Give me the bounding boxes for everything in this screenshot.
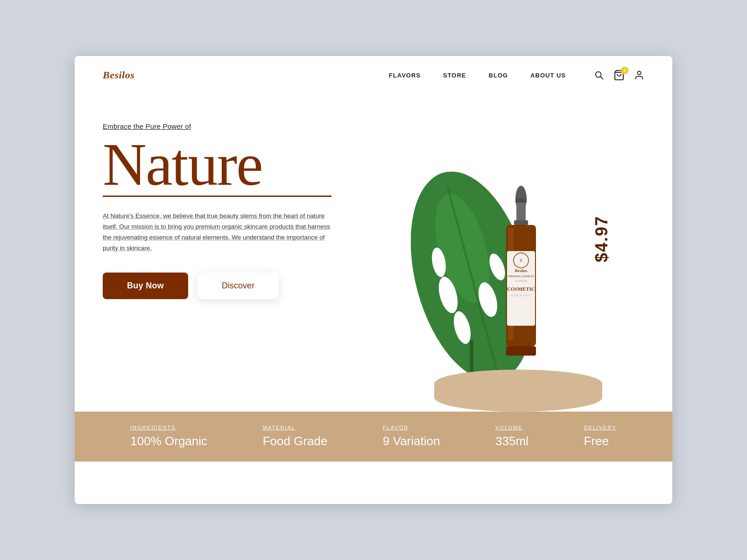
stats-bar: INGREDIENTS 100% Organic MATERIAL Food G… [75, 412, 672, 462]
svg-line-1 [600, 77, 603, 79]
svg-rect-15 [516, 203, 526, 221]
stat-ingredients-value: 100% Organic [130, 434, 207, 448]
stat-delivery-value: Free [584, 434, 616, 448]
stat-material-value: Food Grade [263, 434, 328, 448]
svg-text:BLEND MOCKUP: BLEND MOCKUP [511, 294, 531, 297]
brand-logo[interactable]: Besilos [103, 69, 134, 81]
nav-links: FLAVORS STORE BLOG ABOUT US [389, 71, 566, 79]
hero-description: At Nature's Essence, we believe that tru… [103, 211, 336, 254]
account-button[interactable] [634, 70, 644, 80]
buy-now-button[interactable]: Buy Now [103, 273, 188, 299]
hero-title: Nature [103, 134, 392, 195]
hero-section: Embrace the Pure Power of Nature At Natu… [75, 94, 672, 412]
svg-rect-16 [514, 220, 528, 225]
hero-product: B Besilos PREMIUM COSMETIC 11 0376 02 CO… [392, 113, 644, 412]
nav-blog[interactable]: BLOG [489, 72, 508, 79]
stat-delivery: DELIVERY Free [584, 425, 616, 448]
stat-volume-label: VOLUME [495, 425, 529, 430]
product-stage: B Besilos PREMIUM COSMETIC 11 0376 02 CO… [420, 141, 616, 412]
stat-flavor-label: FLAVOR [383, 425, 440, 430]
svg-rect-27 [506, 346, 536, 356]
price-tag: $4.97 [592, 216, 612, 262]
user-icon [634, 70, 644, 80]
hero-content: Embrace the Pure Power of Nature At Natu… [103, 113, 392, 299]
search-button[interactable] [594, 70, 604, 80]
nav-icons: 2 [594, 70, 644, 81]
svg-text:PREMIUM COSMETIC: PREMIUM COSMETIC [508, 275, 535, 278]
stat-ingredients: INGREDIENTS 100% Organic [130, 425, 207, 448]
nav-store[interactable]: STORE [443, 72, 466, 79]
svg-text:COSMETIC: COSMETIC [507, 286, 535, 292]
hero-subtitle: Embrace the Pure Power of [103, 122, 392, 130]
navbar: Besilos FLAVORS STORE BLOG ABOUT US 2 [75, 56, 672, 94]
stat-volume: VOLUME 335ml [495, 425, 529, 448]
svg-point-3 [637, 71, 641, 75]
browser-window: Besilos FLAVORS STORE BLOG ABOUT US 2 [75, 56, 672, 504]
search-icon [594, 70, 604, 80]
stat-ingredients-label: INGREDIENTS [130, 425, 207, 430]
cart-button[interactable]: 2 [613, 70, 625, 81]
svg-text:11 0376 02: 11 0376 02 [515, 280, 527, 282]
stat-flavor: FLAVOR 9 Variation [383, 425, 440, 448]
hero-buttons: Buy Now Discover [103, 273, 392, 299]
stat-delivery-label: DELIVERY [584, 425, 616, 430]
svg-rect-14 [515, 199, 527, 203]
stat-material-label: MATERIAL [263, 425, 328, 430]
product-bottle: B Besilos PREMIUM COSMETIC 11 0376 02 CO… [488, 186, 563, 384]
svg-text:Besilos: Besilos [515, 268, 528, 273]
bottle-svg: B Besilos PREMIUM COSMETIC 11 0376 02 CO… [488, 186, 554, 382]
nav-about[interactable]: ABOUT US [530, 72, 566, 79]
nav-flavors[interactable]: FLAVORS [389, 72, 421, 79]
discover-button[interactable]: Discover [197, 273, 279, 299]
svg-text:B: B [520, 259, 522, 263]
cart-badge: 2 [621, 67, 628, 74]
stat-flavor-value: 9 Variation [383, 434, 440, 448]
stat-material: MATERIAL Food Grade [263, 425, 328, 448]
stat-volume-value: 335ml [495, 434, 529, 448]
